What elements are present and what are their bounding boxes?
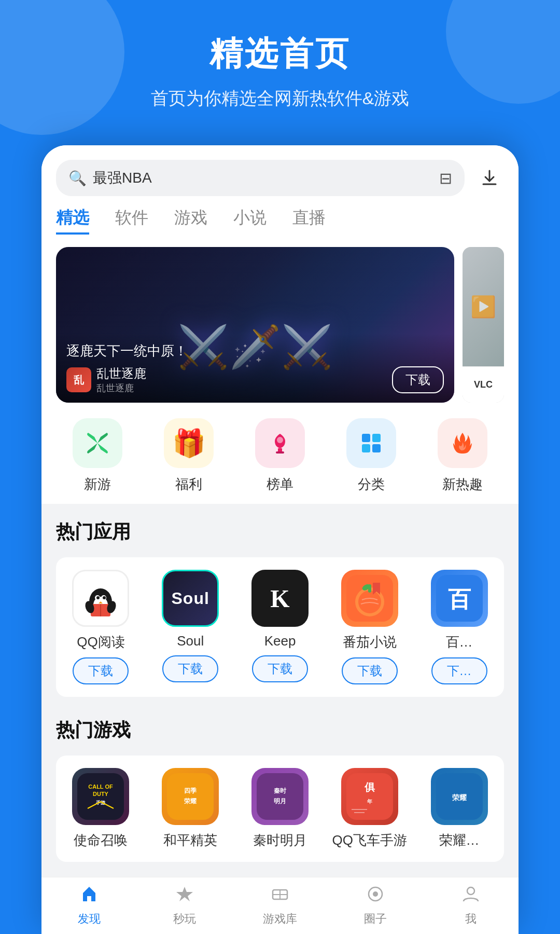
svg-point-2 [277,437,283,443]
discover-icon [80,885,99,908]
gamelibrary-icon [271,885,289,908]
xinrequ-icon [438,418,487,468]
hot-apps-title: 热门应用 [56,519,504,545]
tab-ruanjian[interactable]: 软件 [115,207,148,235]
banner-side-label: VLC [463,366,504,403]
search-icon: 🔍 [68,170,87,187]
nav-community[interactable]: 圈子 [328,877,423,934]
svg-text:俱: 俱 [364,781,375,793]
nav-quickplay[interactable]: 秒玩 [137,877,232,934]
svg-rect-33 [167,773,214,820]
phone-card: 🔍 最强NBA ⊟ 精选 软件 游戏 小说 直播 ⚔️🗡️⚔️ 逐鹿天下一统中原… [41,145,519,934]
banner-area: ⚔️🗡️⚔️ 逐鹿天下一统中原！ 乱 乱世逐鹿 乱世逐鹿 下载 [41,247,519,403]
app-item-keep: K Keep 下载 [235,570,325,684]
svg-rect-1 [276,451,284,454]
svg-marker-46 [176,887,193,901]
tab-xiaoshuo[interactable]: 小说 [233,207,267,235]
quickplay-icon [175,885,194,908]
search-area: 🔍 最强NBA ⊟ [41,145,519,196]
nav-gamelibrary[interactable]: 游戏库 [232,877,328,934]
nav-me[interactable]: 我 [423,877,519,934]
community-icon [366,885,385,908]
svg-text:百: 百 [448,586,471,612]
svg-text:年: 年 [367,799,372,804]
discover-label: 发现 [78,911,101,927]
download-icon-button[interactable] [475,163,504,193]
game-item-cod: CALL OF DUTY 手游 使命召唤 [56,768,146,849]
qqread-icon [72,570,129,627]
page-subtitle: 首页为你精选全网新热软件&游戏 [21,87,539,111]
svg-text:K: K [270,585,289,612]
baidu-download-button[interactable]: 下… [431,657,487,684]
banner-download-button[interactable]: 下载 [392,366,444,393]
category-xinyou[interactable]: 新游 [73,418,122,493]
gamelibrary-label: 游戏库 [263,911,297,927]
svg-rect-6 [372,444,381,452]
app-item-soul: Soul Soul 下载 [146,570,235,684]
game-item-qin: 秦时 明月 秦时明月 [235,768,325,849]
app-item-baidu: 百 百… 下… [414,570,504,684]
qqread-download-button[interactable]: 下载 [73,657,129,684]
fanqie-icon [341,570,398,627]
banner-logo-subtitle: 乱世逐鹿 [96,382,146,394]
soul-download-button[interactable]: 下载 [162,655,218,682]
banner-main[interactable]: ⚔️🗡️⚔️ 逐鹿天下一统中原！ 乱 乱世逐鹿 乱世逐鹿 下载 [56,247,454,403]
baidu-icon: 百 [431,570,488,627]
banner-side: ▶️ VLC [463,247,504,403]
category-fuli[interactable]: 🎁 福利 [164,418,214,493]
bangdan-icon [255,418,305,468]
game-item-qqrace: 俱 年 QQ飞车手游 [325,768,414,849]
category-xinrequ-label: 新热趣 [442,475,483,493]
svg-text:四季: 四季 [184,787,197,794]
svg-point-13 [103,596,106,599]
category-bangdan[interactable]: 榜单 [255,418,305,493]
games-row: CALL OF DUTY 手游 使命召唤 四季 荣耀 和 [56,756,504,862]
banner-slogan: 逐鹿天下一统中原！ [66,342,444,360]
tab-zhibo[interactable]: 直播 [292,207,326,235]
svg-rect-36 [257,773,303,820]
svg-text:荣耀: 荣耀 [184,798,197,805]
fanqie-download-button[interactable]: 下载 [342,657,398,684]
fuli-icon: 🎁 [164,418,214,468]
keep-download-button[interactable]: 下载 [252,655,308,682]
glory-icon: 荣耀 [431,768,488,825]
pubg-icon: 四季 荣耀 [162,768,219,825]
qqrace-name: QQ飞车手游 [332,831,407,849]
game-item-glory: 荣耀 荣耀… [414,768,504,849]
search-bar[interactable]: 🔍 最强NBA ⊟ [56,160,465,196]
svg-rect-5 [362,444,370,452]
banner-app-icon: 乱 [66,367,91,392]
hot-games-title: 热门游戏 [56,718,504,743]
category-fuli-label: 福利 [175,475,202,493]
nav-discover[interactable]: 发现 [41,877,137,934]
tab-youxi[interactable]: 游戏 [174,207,207,235]
svg-point-52 [467,887,474,895]
keep-name: Keep [264,633,296,649]
quickplay-label: 秒玩 [173,911,196,927]
svg-text:DUTY: DUTY [93,791,109,797]
qin-name: 秦时明月 [253,831,307,849]
category-fenlei[interactable]: 分类 [346,418,396,493]
category-xinrequ[interactable]: 新热趣 [438,418,487,493]
baidu-name: 百… [446,633,473,651]
cod-name: 使命召唤 [74,831,128,849]
hot-games-section: 热门游戏 CALL OF DUTY 手游 使命召唤 [41,702,519,867]
svg-text:明月: 明月 [274,798,286,805]
banner-side-image: ▶️ [463,247,504,366]
community-label: 圈子 [364,911,387,927]
page-title: 精选首页 [21,31,539,76]
category-xinyou-label: 新游 [84,475,111,493]
svg-rect-3 [362,434,370,442]
tab-jingxuan[interactable]: 精选 [56,207,89,235]
qqrace-icon: 俱 年 [341,768,398,825]
bottom-nav: 发现 秒玩 游戏库 [41,877,519,934]
glory-name: 荣耀… [439,831,480,849]
svg-point-12 [96,596,100,599]
soul-icon: Soul [162,570,219,627]
soul-name: Soul [177,633,204,649]
qr-icon[interactable]: ⊟ [439,169,452,187]
category-fenlei-label: 分类 [358,475,385,493]
apps-row: QQ阅读 下载 Soul Soul 下载 K Keep [56,557,504,697]
me-label: 我 [465,911,477,927]
svg-text:手游: 手游 [96,800,106,805]
